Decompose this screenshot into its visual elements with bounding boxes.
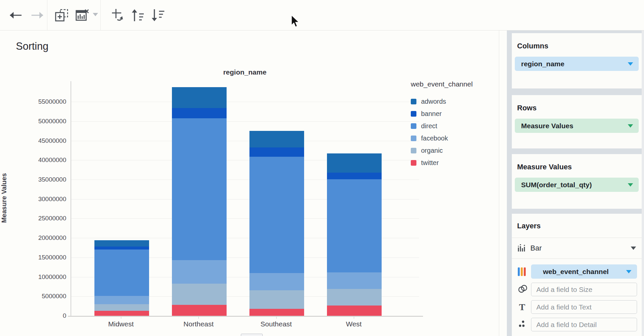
remove-chart-button[interactable] [74,7,91,24]
bar-segment-organic[interactable] [172,284,227,305]
legend-label: banner [421,110,442,118]
toolbar-divider [47,0,47,30]
panel-edge-strip [642,30,644,336]
columns-header: Columns [517,42,642,50]
plot-area [71,81,419,316]
toolbar-divider [100,0,101,30]
add-chart-button[interactable] [53,7,70,24]
bar-segment-banner[interactable] [327,173,382,179]
stacked-bar-northeast[interactable] [172,87,227,316]
legend-label: organic [421,147,443,154]
forward-arrow-icon [30,11,44,20]
bar-chart-icon [517,244,526,253]
bar-segment-twitter[interactable] [249,309,304,316]
legend-item-facebook[interactable]: facebook [411,132,473,144]
y-tick-label: 0 [17,312,66,319]
stacked-bar-midwest[interactable] [94,240,149,316]
sort-descending-button[interactable] [149,7,166,24]
swap-axes-button[interactable] [109,7,127,24]
bar-segment-adwords[interactable] [172,87,227,108]
stacked-bar-southeast[interactable] [249,131,304,316]
text-shelf-icon: T [518,302,526,312]
x-tick-label: West [315,320,393,328]
legend-item-organic[interactable]: organic [411,144,473,157]
remove-chart-icon [75,9,89,22]
layers-header: Layers [517,222,642,230]
color-shelf-icon [518,267,526,276]
layer-type-selector[interactable]: Bar [512,238,642,258]
x-tick-label: Southeast [238,320,315,328]
text-shelf-row: T Add a field to Text [512,300,642,314]
text-field-input[interactable]: Add a field to Text [531,300,637,314]
measure-values-field-pill[interactable]: SUM(order_total_qty) [515,178,639,192]
legend-label: facebook [421,135,448,142]
bar-segment-twitter[interactable] [327,306,382,316]
bar-segment-direct[interactable] [172,118,227,260]
chart-type-caret-icon[interactable] [92,12,99,18]
detail-field-input[interactable]: Add a field to Detail [531,318,637,331]
x-tick-mark [276,317,277,319]
bar-segment-facebook[interactable] [172,260,227,283]
bar-segment-adwords[interactable] [327,153,382,173]
bar-segment-facebook[interactable] [249,273,304,290]
detail-shelf-row: Add a field to Detail [512,318,642,331]
columns-field-pill[interactable]: region_name [515,57,639,71]
chevron-down-icon[interactable] [628,124,633,128]
y-axis-title: Measure Values [0,112,8,284]
bar-segment-direct[interactable] [327,179,382,272]
sort-ascending-button[interactable] [129,7,146,24]
detail-field-placeholder: Add a field to Detail [536,321,597,329]
legend-swatch [411,148,416,153]
legend-label: twitter [421,159,439,167]
bar-segment-direct[interactable] [94,250,149,296]
color-field-label: web_event_channel [543,268,609,276]
legend: web_event_channel adwordsbannerdirectfac… [411,80,473,169]
bar-segment-organic[interactable] [327,289,382,306]
bar-segment-adwords[interactable] [94,240,149,247]
y-tick-label: 55000000 [17,98,66,105]
bar-segment-direct[interactable] [249,157,304,273]
bar-segment-banner[interactable] [172,108,227,118]
stacked-bar-west[interactable] [327,153,382,316]
chart-title: region_name [71,68,419,76]
color-field-pill[interactable]: web_event_channel [531,264,637,279]
x-tick-mark [121,317,121,319]
bottom-widget-cutoff[interactable] [241,334,263,336]
y-tick-label: 20000000 [17,234,66,242]
bar-segment-organic[interactable] [94,304,149,311]
chevron-down-icon[interactable] [628,62,633,66]
y-tick-label: 40000000 [17,156,66,164]
columns-card: Columns region_name [512,33,642,88]
y-tick-label: 5000000 [17,293,66,300]
y-tick-label: 35000000 [17,176,66,183]
bar-segment-banner[interactable] [249,147,304,157]
sort-descending-icon [150,9,165,22]
bar-segment-twitter[interactable] [94,311,149,316]
bar-segment-banner[interactable] [94,247,149,250]
chevron-down-icon[interactable] [626,270,631,273]
x-tick-label: Midwest [82,320,160,328]
text-field-placeholder: Add a field to Text [536,303,592,311]
forward-button[interactable] [28,7,46,24]
legend-item-direct[interactable]: direct [411,120,473,132]
bar-segment-adwords[interactable] [249,131,304,147]
bar-segment-twitter[interactable] [172,305,227,316]
chevron-down-icon[interactable] [628,183,633,187]
legend-title: web_event_channel [411,80,473,88]
size-shelf-icon [518,285,526,295]
bar-segment-facebook[interactable] [94,296,149,304]
back-button[interactable] [7,7,25,24]
legend-swatch [411,136,416,141]
y-tick-label: 45000000 [17,137,66,144]
rows-field-pill[interactable]: Measure Values [515,119,639,133]
shelf-panel: Columns region_name Rows Measure Values … [507,30,644,336]
bar-segment-organic[interactable] [249,290,304,309]
y-tick-label: 10000000 [17,273,66,281]
legend-item-adwords[interactable]: adwords [411,95,473,108]
bar-segment-facebook[interactable] [327,272,382,289]
legend-item-twitter[interactable]: twitter [411,157,473,169]
legend-item-banner[interactable]: banner [411,108,473,120]
chevron-down-icon[interactable] [631,247,636,250]
size-field-input[interactable]: Add a field to Size [531,283,637,296]
layer-type-label: Bar [530,244,542,252]
